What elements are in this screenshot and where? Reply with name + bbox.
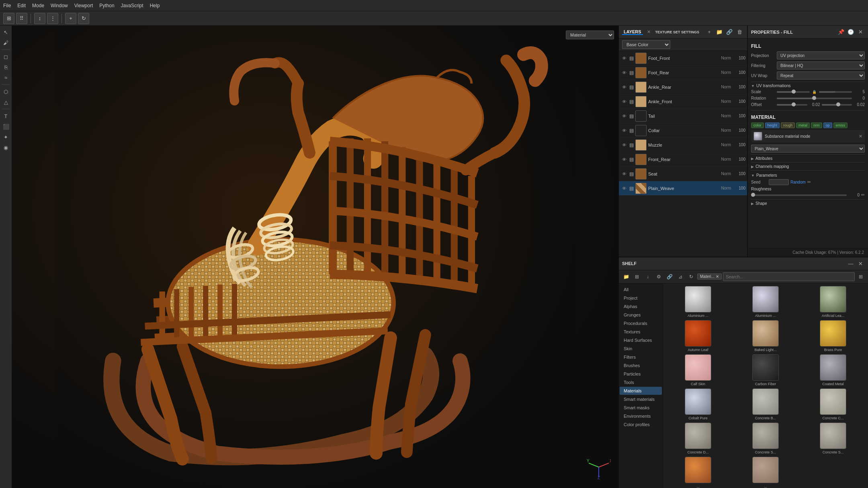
material-item[interactable]: Carbon Fiber [733, 354, 798, 386]
material-item[interactable]: Coated Metal [800, 354, 866, 386]
props-pin-icon[interactable]: 📌 [837, 28, 845, 37]
shelf-link-icon[interactable]: 🔗 [665, 272, 674, 282]
layer-visibility-icon[interactable]: 👁 [620, 186, 628, 191]
shelf-category-alphas[interactable]: Alphas [620, 302, 662, 310]
clone-tool[interactable]: ⎘ [1, 62, 11, 72]
material-item[interactable]: Aluminium ... [665, 286, 731, 318]
uvwrap-dropdown[interactable]: Repeat [777, 71, 865, 80]
layer-visibility-icon[interactable]: 👁 [620, 70, 628, 75]
pick-tool[interactable]: ✦ [1, 132, 11, 142]
layer-visibility-icon[interactable]: 👁 [620, 157, 628, 162]
props-clock-icon[interactable]: 🕐 [846, 28, 855, 37]
material-item[interactable]: ... [733, 457, 798, 488]
material-item[interactable]: Concrete B... [733, 388, 798, 420]
seed-input[interactable] [769, 179, 789, 185]
shelf-category-skin[interactable]: Skin [620, 345, 662, 353]
material-item[interactable]: ... [665, 457, 731, 488]
shelf-category-materials[interactable]: Materials [620, 387, 662, 395]
menu-item-file[interactable]: File [3, 3, 11, 8]
menu-item-javascript[interactable]: JavaScript [121, 3, 143, 8]
shelf-category-all[interactable]: All [620, 286, 662, 294]
rotation-slider[interactable] [777, 98, 852, 99]
color-pick-tool[interactable]: ◉ [1, 143, 11, 152]
random-button[interactable]: Random [790, 180, 806, 184]
layer-row[interactable]: 👁 ▤ Seat Norm 100 [619, 167, 747, 181]
layer-visibility-icon[interactable]: 👁 [620, 114, 628, 118]
material-item[interactable]: Artificial Lea... [800, 286, 866, 318]
layer-row[interactable]: 👁 ▤ Tail Norm 100 [619, 109, 747, 123]
smudge-tool[interactable]: ≈ [1, 73, 11, 82]
substance-mode-dropdown[interactable]: Plain_Weave [751, 145, 865, 153]
parameters-header[interactable]: ▼ Parameters [751, 173, 865, 178]
shelf-import-icon[interactable]: ↓ [643, 272, 653, 282]
add-button[interactable]: + [65, 13, 76, 24]
projection-dropdown[interactable]: UV projection [777, 51, 865, 59]
shelf-search-input[interactable] [723, 272, 855, 281]
shelf-category-procedurals[interactable]: Procedurals [620, 319, 662, 327]
material-tag-height[interactable]: height [765, 123, 780, 128]
layer-visibility-icon[interactable]: 👁 [620, 56, 628, 61]
move-tool[interactable]: ↖ [1, 27, 11, 37]
material-dropdown[interactable]: Material [566, 31, 614, 39]
layer-visibility-icon[interactable]: 👁 [620, 99, 628, 104]
shelf-category-filters[interactable]: Filters [620, 353, 662, 361]
shelf-category-tools[interactable]: Tools [620, 378, 662, 386]
menu-item-window[interactable]: Window [51, 3, 68, 8]
transform-button[interactable]: ↕ [34, 13, 45, 24]
material-tag-emiss[interactable]: emiss [833, 123, 848, 128]
roughness-slider[interactable] [751, 194, 847, 196]
eraser-tool[interactable]: ◻ [1, 52, 11, 61]
shelf-category-particles[interactable]: Particles [620, 370, 662, 378]
menu-item-python[interactable]: Python [99, 3, 114, 8]
align-button[interactable]: ⋮ [47, 13, 58, 24]
shelf-category-hard-surfaces[interactable]: Hard Surfaces [620, 336, 662, 344]
shelf-category-grunges[interactable]: Grunges [620, 311, 662, 319]
uv-transformations-header[interactable]: ▼ UV transformations [751, 84, 865, 88]
scale-slider[interactable] [777, 91, 810, 93]
layers-link-icon[interactable]: 🔗 [725, 28, 734, 37]
layer-row[interactable]: 👁 ▤ Foot_Rear Norm 100 [619, 65, 747, 80]
material-item[interactable]: Brass Pure [800, 320, 866, 352]
text-tool[interactable]: T [1, 111, 11, 121]
grid-view-button[interactable]: ⊞ [3, 13, 14, 24]
filtering-dropdown[interactable]: Bilinear | HQ [777, 61, 865, 69]
refresh-button[interactable]: ↻ [78, 13, 89, 24]
shelf-folder-icon[interactable]: 📁 [621, 272, 631, 282]
material-tag-op[interactable]: op [823, 123, 832, 128]
polygon-fill-tool[interactable]: ⬡ [1, 87, 11, 96]
material-tag-color[interactable]: color [751, 123, 764, 128]
shelf-filter-icon[interactable]: ⊿ [676, 272, 685, 282]
material-item[interactable]: Calf Skin [665, 354, 731, 386]
shelf-category-color-profiles[interactable]: Color profiles [620, 421, 662, 429]
shelf-close-icon[interactable]: ✕ [856, 259, 865, 268]
layers-tab-close[interactable]: ✕ [647, 29, 651, 35]
shelf-category-brushes[interactable]: Brushes [620, 361, 662, 370]
layer-visibility-icon[interactable]: 👁 [620, 143, 628, 147]
shelf-minimize-icon[interactable]: — [846, 259, 855, 268]
layers-delete-icon[interactable]: 🗑 [735, 28, 744, 37]
menu-item-viewport[interactable]: Viewport [74, 3, 93, 8]
material-item[interactable]: Concrete C... [800, 388, 866, 420]
shelf-category-smart-materials[interactable]: Smart materials [620, 395, 662, 403]
material-tag-rough[interactable]: rough [781, 123, 795, 128]
shelf-refresh-icon[interactable]: ↻ [686, 272, 696, 282]
shelf-category-textures[interactable]: Textures [620, 328, 662, 336]
substance-close-icon[interactable]: ✕ [859, 134, 862, 139]
shape-header[interactable]: ▶ Shape [751, 201, 865, 206]
material-item[interactable]: Concrete D... [665, 423, 731, 454]
layers-folder-icon[interactable]: 📁 [715, 28, 724, 37]
material-tag-nrm[interactable]: nrm [811, 123, 822, 128]
offset-slider-y[interactable] [822, 104, 852, 106]
tab-layers[interactable]: LAYERS [622, 29, 643, 35]
layer-row[interactable]: 👁 ▤ Ankle_Front Norm 100 [619, 94, 747, 109]
layer-row[interactable]: 👁 ▤ Front_Rear Norm 100 [619, 152, 747, 167]
shelf-category-environments[interactable]: Environments [620, 412, 662, 420]
offset-slider-x[interactable] [777, 104, 807, 106]
filter-tag-close[interactable]: ✕ [716, 274, 719, 279]
layer-row[interactable]: 👁 ▤ Foot_Front Norm 100 [619, 51, 747, 65]
layer-visibility-icon[interactable]: 👁 [620, 172, 628, 176]
shelf-category-smart-masks[interactable]: Smart masks [620, 404, 662, 412]
shelf-grid-icon[interactable]: ⊞ [632, 272, 642, 282]
material-item[interactable]: Concrete S... [800, 423, 866, 454]
channels-mapping-header[interactable]: ▶ Channels mapping [751, 164, 865, 169]
